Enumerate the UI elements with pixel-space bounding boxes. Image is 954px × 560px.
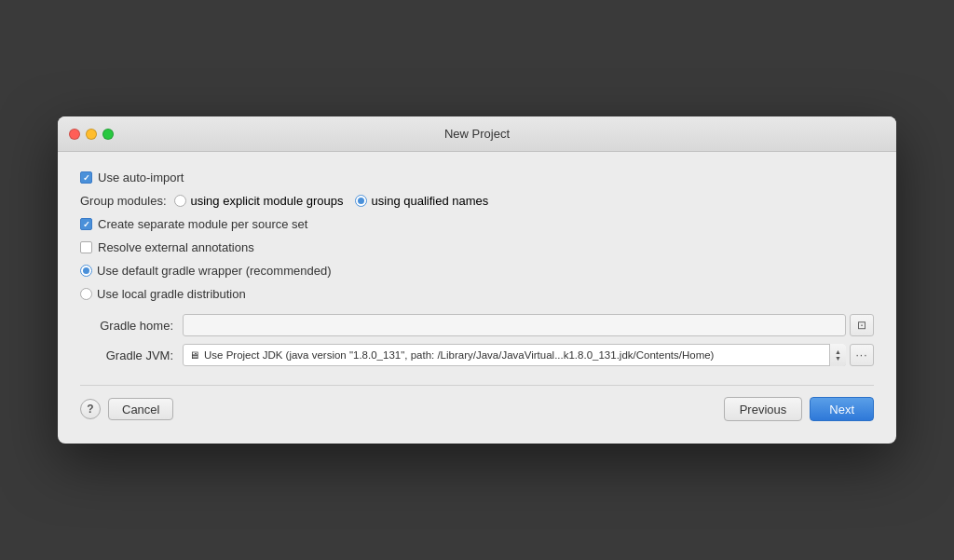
gradle-jvm-label: Gradle JVM:: [80, 348, 173, 362]
help-icon: ?: [87, 403, 93, 416]
gradle-jvm-value: Use Project JDK (java version "1.8.0_131…: [204, 349, 714, 361]
resolve-annotations-row: Resolve external annotations: [80, 240, 874, 254]
local-gradle-label[interactable]: Use local gradle distribution: [97, 287, 246, 301]
footer-left: ? Cancel: [80, 398, 173, 420]
group-modules-row: Group modules: using explicit module gro…: [80, 194, 874, 208]
dialog-window: New Project Use auto-import Group module…: [58, 116, 896, 444]
group-modules-option1: using explicit module groups: [174, 194, 344, 208]
footer-right: Previous Next: [724, 397, 874, 421]
group-modules-option2: using qualified names: [355, 194, 489, 208]
help-button[interactable]: ?: [80, 399, 101, 419]
more-icon: ···: [855, 348, 867, 362]
title-bar: New Project: [58, 116, 896, 152]
arrow-down-icon: ▼: [835, 355, 841, 362]
gradle-home-row: Gradle home: ⊡: [80, 314, 874, 336]
previous-button[interactable]: Previous: [724, 397, 803, 421]
footer: ? Cancel Previous Next: [80, 385, 874, 425]
gradle-jvm-select-wrap: 🖥 Use Project JDK (java version "1.8.0_1…: [183, 344, 846, 366]
gradle-home-label: Gradle home:: [80, 319, 173, 333]
gradle-wrapper-label[interactable]: Use default gradle wrapper (recommended): [97, 264, 331, 278]
gradle-home-input[interactable]: [183, 314, 846, 336]
folder-icon: ⊡: [857, 319, 866, 332]
minimize-button[interactable]: [86, 129, 97, 140]
group-modules-label1[interactable]: using explicit module groups: [191, 194, 344, 208]
group-modules-label: Group modules:: [80, 194, 167, 208]
gradle-jvm-more-button[interactable]: ···: [850, 344, 874, 366]
gradle-jvm-select[interactable]: 🖥 Use Project JDK (java version "1.8.0_1…: [183, 344, 846, 366]
resolve-annotations-checkbox[interactable]: [80, 241, 92, 253]
gradle-wrapper-row: Use default gradle wrapper (recommended): [80, 264, 863, 278]
auto-import-label[interactable]: Use auto-import: [98, 171, 184, 184]
separate-module-row: Create separate module per source set: [80, 217, 874, 231]
resolve-annotations-label[interactable]: Resolve external annotations: [98, 240, 254, 254]
jdk-icon: 🖥: [189, 349, 199, 361]
separate-module-label[interactable]: Create separate module per source set: [98, 217, 307, 231]
gradle-wrapper-radio[interactable]: [80, 265, 92, 277]
cancel-button[interactable]: Cancel: [108, 398, 173, 420]
group-modules-label2[interactable]: using qualified names: [372, 194, 489, 208]
auto-import-checkbox[interactable]: [80, 171, 92, 184]
gradle-jvm-row: Gradle JVM: 🖥 Use Project JDK (java vers…: [80, 344, 874, 366]
local-gradle-row: Use local gradle distribution: [80, 287, 863, 301]
form-area: Use auto-import Group modules: using exp…: [80, 171, 874, 374]
separate-module-checkbox[interactable]: [80, 218, 92, 230]
close-button[interactable]: [69, 129, 80, 140]
maximize-button[interactable]: [102, 129, 114, 140]
next-button[interactable]: Next: [810, 397, 874, 421]
group-modules-radio2[interactable]: [355, 195, 367, 207]
local-gradle-radio[interactable]: [80, 288, 92, 300]
traffic-lights: [69, 129, 114, 140]
gradle-jvm-arrows[interactable]: ▲ ▼: [829, 344, 846, 366]
window-title: New Project: [444, 127, 510, 141]
content-area: Use auto-import Group modules: using exp…: [58, 152, 896, 444]
gradle-home-browse-button[interactable]: ⊡: [850, 314, 874, 336]
group-modules-radio1[interactable]: [174, 195, 186, 207]
arrow-up-icon: ▲: [835, 348, 841, 355]
auto-import-row: Use auto-import: [80, 171, 874, 184]
